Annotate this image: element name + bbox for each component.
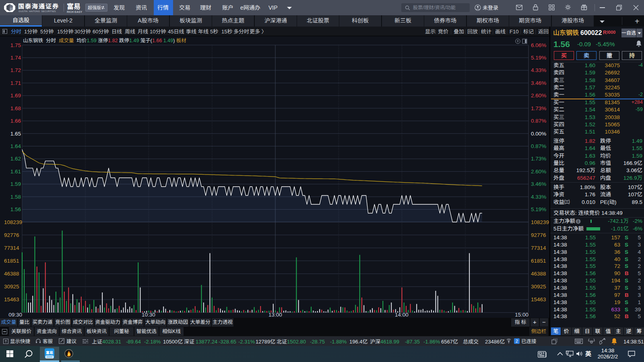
svg-text:46388: 46388 bbox=[4, 271, 19, 277]
svg-text:09:30: 09:30 bbox=[8, 312, 22, 318]
svg-text:1.65: 1.65 bbox=[10, 131, 21, 137]
svg-text:1.75: 1.75 bbox=[10, 42, 21, 48]
svg-text:3.46%: 3.46% bbox=[531, 181, 546, 187]
svg-text:2.60%: 2.60% bbox=[531, 93, 546, 99]
svg-text:15:00: 15:00 bbox=[515, 312, 528, 318]
svg-text:6.06%: 6.06% bbox=[531, 42, 546, 48]
svg-text:1.56: 1.56 bbox=[10, 206, 21, 212]
svg-text:108239: 108239 bbox=[4, 219, 22, 225]
svg-text:77314: 77314 bbox=[4, 245, 19, 251]
svg-text:4.33%: 4.33% bbox=[531, 194, 546, 200]
svg-text:4.33%: 4.33% bbox=[531, 67, 546, 73]
svg-text:5.19%: 5.19% bbox=[531, 206, 546, 212]
svg-text:30925: 30925 bbox=[531, 284, 546, 290]
svg-text:1.73%: 1.73% bbox=[531, 156, 546, 162]
svg-text:10:30: 10:30 bbox=[142, 312, 155, 318]
svg-text:61851: 61851 bbox=[531, 258, 546, 264]
svg-text:0.87%: 0.87% bbox=[531, 143, 546, 149]
svg-text:92776: 92776 bbox=[4, 232, 19, 238]
svg-text:1.71: 1.71 bbox=[10, 80, 21, 86]
svg-text:0.87%: 0.87% bbox=[531, 118, 546, 124]
svg-text:30925: 30925 bbox=[4, 284, 19, 290]
svg-text:15463: 15463 bbox=[4, 296, 19, 302]
svg-text:1.69: 1.69 bbox=[10, 93, 21, 99]
svg-text:1.72: 1.72 bbox=[10, 67, 21, 73]
svg-text:2.60%: 2.60% bbox=[531, 169, 546, 175]
svg-text:1.59: 1.59 bbox=[10, 181, 21, 187]
svg-text:富易: 富易 bbox=[46, 351, 53, 355]
svg-text:1.64: 1.64 bbox=[10, 143, 21, 149]
svg-text:1.66: 1.66 bbox=[10, 118, 21, 124]
svg-text:1.58: 1.58 bbox=[10, 194, 21, 200]
svg-text:92776: 92776 bbox=[531, 232, 546, 238]
svg-text:1.73%: 1.73% bbox=[531, 105, 546, 111]
svg-text:5.19%: 5.19% bbox=[531, 55, 546, 61]
svg-text:15463: 15463 bbox=[531, 296, 546, 302]
svg-text:46388: 46388 bbox=[531, 271, 546, 277]
svg-text:61851: 61851 bbox=[4, 258, 19, 264]
svg-text:13:00: 13:00 bbox=[268, 312, 282, 318]
svg-text:1.61: 1.61 bbox=[10, 169, 21, 175]
svg-text:1.74: 1.74 bbox=[10, 55, 21, 61]
svg-text:1.68: 1.68 bbox=[10, 105, 21, 111]
svg-text:i: i bbox=[578, 219, 579, 224]
svg-text:77314: 77314 bbox=[531, 245, 546, 251]
svg-text:0.00%: 0.00% bbox=[531, 131, 546, 137]
svg-text:1.62: 1.62 bbox=[10, 156, 21, 162]
svg-text:108239: 108239 bbox=[531, 219, 549, 225]
svg-text:3.46%: 3.46% bbox=[531, 80, 546, 86]
svg-text:14:00: 14:00 bbox=[395, 312, 409, 318]
